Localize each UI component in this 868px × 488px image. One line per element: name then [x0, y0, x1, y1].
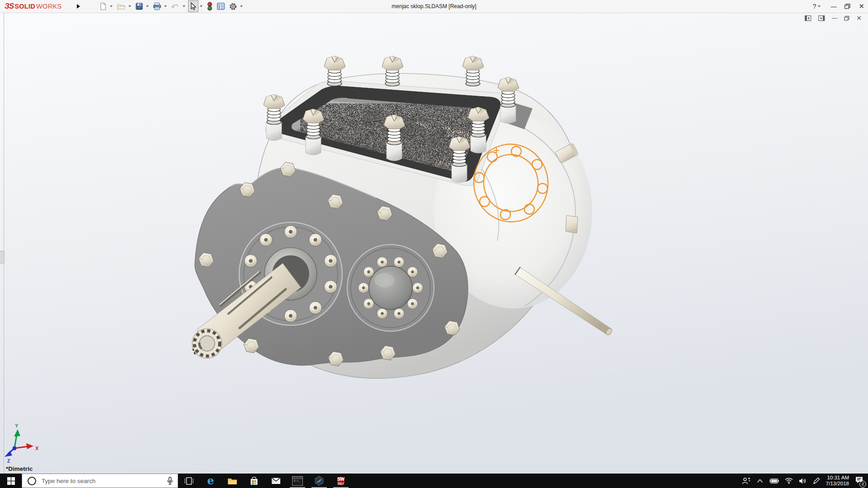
document-window-controls: — ✕	[805, 14, 862, 22]
options-dropdown-caret[interactable]	[240, 5, 243, 7]
pane-left-icon[interactable]	[805, 15, 811, 21]
gear-icon	[229, 2, 237, 11]
view-orientation-label: *Dimetric	[6, 465, 33, 472]
right-flange	[347, 244, 434, 331]
document-title: menjac sklop.SLDASM [Read-only]	[392, 3, 476, 9]
file-explorer-button[interactable]	[222, 474, 243, 488]
edge-button[interactable]: e	[200, 474, 222, 488]
help-button[interactable]: ?	[813, 3, 823, 10]
windows-logo-icon	[7, 477, 15, 485]
feature-tree-collapse-tab[interactable]	[0, 251, 5, 263]
select-tool-button[interactable]	[188, 0, 198, 12]
save-floppy-icon	[135, 2, 143, 10]
solidworks-logo: ЗS SOLIDWORKS	[0, 2, 72, 11]
tray-date: 7/13/2018	[826, 481, 849, 487]
tray-time: 10:31 AM	[826, 475, 849, 481]
windows-taskbar: e C:	[0, 474, 868, 488]
notification-badge: 2	[859, 481, 866, 488]
print-button[interactable]	[151, 0, 163, 12]
right-triangle-icon	[77, 4, 80, 9]
clock[interactable]: 10:31 AM 7/13/2018	[826, 475, 849, 487]
print-icon	[153, 2, 161, 10]
close-button[interactable]: ✕	[859, 2, 864, 10]
new-dropdown-caret[interactable]	[110, 5, 113, 7]
microsoft-store-button[interactable]	[243, 474, 265, 488]
file-properties-button[interactable]	[215, 0, 226, 12]
panel-divider	[4, 13, 4, 474]
system-tray: 10:31 AM 7/13/2018 2	[742, 474, 868, 488]
start-button[interactable]	[0, 474, 22, 488]
cursor-arrow-icon	[189, 2, 197, 10]
edge-icon: e	[207, 476, 214, 485]
undo-dropdown-caret[interactable]	[183, 5, 185, 7]
mail-button[interactable]	[265, 474, 287, 488]
action-center-button[interactable]: 2	[855, 476, 863, 486]
doc-restore-button[interactable]	[844, 16, 849, 21]
taskbar-search[interactable]	[22, 474, 178, 488]
gearbox-3d-model[interactable]: X Y Z	[0, 13, 868, 474]
task-view-icon	[184, 477, 193, 485]
save-button[interactable]	[134, 0, 145, 12]
solidworks-2017-icon: SW 2017	[336, 476, 346, 486]
command-prompt-icon: C:\ _	[292, 476, 303, 486]
mail-icon	[271, 477, 281, 484]
pane-right-icon[interactable]	[818, 15, 825, 21]
traffic-light-icon	[207, 2, 213, 11]
options-button[interactable]	[227, 0, 239, 12]
wifi-icon[interactable]	[785, 478, 793, 484]
open-document-button[interactable]	[115, 0, 127, 12]
rebuild-button[interactable]	[205, 0, 214, 12]
quick-access-toolbar	[98, 0, 245, 12]
open-folder-icon	[117, 2, 126, 10]
task-view-button[interactable]	[178, 474, 200, 488]
print-dropdown-caret[interactable]	[164, 5, 167, 7]
hexagon-app-icon	[314, 476, 324, 486]
restore-button[interactable]	[844, 4, 850, 9]
battery-icon[interactable]	[769, 478, 779, 484]
cortana-icon	[28, 477, 36, 485]
microphone-icon[interactable]	[167, 477, 173, 485]
select-dropdown-caret[interactable]	[200, 5, 203, 7]
new-document-icon	[99, 2, 107, 10]
dassault-logo-icon: ЗS	[5, 2, 14, 11]
help-dropdown-caret[interactable]	[818, 5, 821, 7]
triad-x-label: X	[35, 446, 39, 451]
triad-z-label: Z	[7, 459, 10, 464]
new-document-button[interactable]	[98, 0, 108, 12]
undo-button[interactable]	[170, 0, 181, 12]
dome-end-cap	[369, 266, 412, 310]
undo-arrow-icon	[171, 2, 180, 10]
open-dropdown-caret[interactable]	[128, 5, 131, 7]
search-input[interactable]	[41, 477, 162, 485]
app-title-bar: ЗS SOLIDWORKS	[0, 0, 868, 13]
taskbar-app-icons: e C:	[178, 474, 352, 488]
volume-icon[interactable]	[799, 478, 807, 484]
command-prompt-button[interactable]: C:\ _	[287, 474, 308, 488]
graphics-area[interactable]: X Y Z	[0, 13, 868, 474]
file-explorer-icon	[227, 477, 237, 485]
people-icon[interactable]	[742, 477, 751, 484]
store-icon	[250, 477, 258, 485]
windows-ink-pen-icon[interactable]	[812, 477, 820, 485]
file-properties-icon	[217, 2, 225, 10]
doc-close-button[interactable]: ✕	[856, 14, 862, 22]
hexagon-app-button[interactable]	[308, 474, 330, 488]
save-dropdown-caret[interactable]	[146, 5, 149, 7]
show-hidden-icons-chevron[interactable]	[757, 479, 763, 483]
triad-y-label: Y	[15, 423, 19, 428]
minimize-button[interactable]: —	[830, 3, 836, 10]
menu-expand-button[interactable]	[74, 2, 82, 11]
solidworks-2017-button[interactable]: SW 2017	[330, 474, 352, 488]
doc-minimize-button[interactable]: —	[832, 15, 837, 21]
